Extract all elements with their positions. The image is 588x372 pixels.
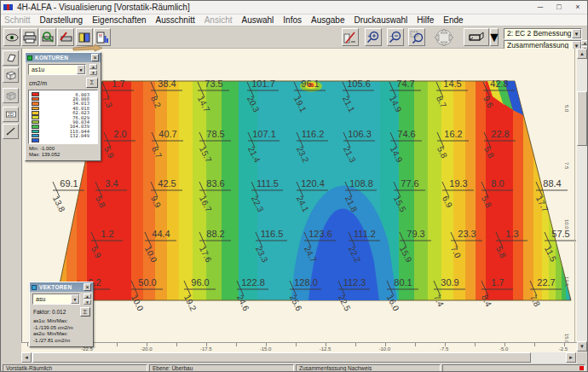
x-ruler-label: -20.0 [134, 346, 159, 352]
as1u-value: 22.7 [537, 277, 555, 288]
tool-2d-frame-button[interactable]: 2D [3, 107, 19, 122]
zoom-window-icon [410, 31, 424, 44]
y-ruler-line [574, 49, 575, 342]
konturen-options-button[interactable]: Σ [86, 78, 98, 88]
zoom-window-button[interactable] [408, 28, 425, 46]
as1u-value: 8.0 [491, 178, 504, 189]
vektoren-close-button[interactable]: × [84, 283, 91, 291]
as1u-value: 14.5 [443, 78, 461, 89]
vektoren-dropdown-icon[interactable]: ▼ [71, 294, 79, 304]
svg-text:−: − [389, 33, 393, 39]
as1u-value: 88.4 [543, 178, 561, 189]
menu-ausgabe[interactable]: Ausgabe [311, 15, 344, 25]
vektoren-title: VEKTOREN [39, 284, 84, 290]
as1u-value: 42.8 [490, 78, 508, 89]
print-settings-button[interactable] [57, 28, 74, 46]
menu-auswahl[interactable]: Auswahl [242, 15, 274, 25]
x-ruler-label: -2.5 [551, 346, 576, 352]
legend-swatch [32, 134, 39, 138]
scroll-up-button[interactable]: ▲ [577, 49, 587, 59]
statusbar-section-2: Zusammenfassung Nachweis [296, 364, 441, 372]
as1u-value: 69.1 [60, 178, 78, 189]
as1u-value: 88.2 [206, 229, 224, 239]
minimize-button[interactable]: ─ [531, 1, 550, 14]
maximize-button[interactable]: □ [550, 1, 568, 14]
as1u-value: 1.3 [505, 229, 518, 239]
tool-render-button[interactable] [3, 88, 19, 103]
legend-swatch [32, 130, 39, 134]
as2u-value: 13.8 [51, 195, 67, 214]
view-3d-button[interactable] [464, 28, 489, 46]
visibility-button[interactable] [3, 28, 20, 46]
drawing-canvas[interactable]: 1.77.338.48.273.514.7101.720.396.119.110… [21, 49, 577, 342]
vektoren-faktor-label: Faktor: 0.012 [33, 309, 66, 315]
status-indicator [579, 366, 584, 370]
vertical-scroll-thumb[interactable] [577, 91, 587, 146]
menu-eigenschaften[interactable]: Eigenschaften [92, 15, 146, 25]
print-preview-button[interactable] [39, 28, 56, 46]
zoom-in-button[interactable]: + [365, 28, 382, 46]
tool-iso-view-button[interactable] [3, 67, 19, 83]
tool-plane-view-button[interactable] [3, 50, 19, 66]
close-button[interactable]: × [568, 1, 587, 14]
view-3d-dropdown-button[interactable]: ▼ [490, 28, 499, 46]
as1u-value: 50.0 [138, 277, 156, 288]
menu-hilfe[interactable]: Hilfe [417, 15, 434, 25]
vektoren-titlebar[interactable]: VEKTOREN × [30, 282, 93, 292]
vektoren-minmax-lines: as1u: Min/Max: -1./139.05 cm2/mas2u: Min… [30, 318, 93, 344]
pencil-icon [5, 126, 17, 137]
as1u-value: 101.7 [251, 78, 275, 89]
spin-up-icon[interactable]: ▲ [89, 64, 97, 69]
design-case-dropdown-icon[interactable]: ▼ [572, 29, 581, 38]
menu-ausschnitt[interactable]: Ausschnitt [156, 15, 195, 25]
vektoren-options-button[interactable]: Σ [80, 307, 90, 317]
print-preview-icon [41, 32, 55, 44]
menu-druckauswahl[interactable]: Druckauswahl [354, 15, 407, 25]
statusbar-section-3 [442, 364, 585, 372]
exit-door-icon [95, 32, 109, 44]
spin-up-icon[interactable]: ▲ [84, 294, 91, 299]
section-tool-button[interactable] [342, 28, 359, 46]
as1u-value: 1.2 [101, 229, 113, 239]
book-icon [78, 32, 91, 44]
spin-down-icon[interactable]: ▼ [84, 299, 91, 305]
tool-vector-button[interactable] [3, 124, 19, 139]
vektoren-spinner[interactable]: ▲ ▼ [84, 294, 91, 305]
panel-grid-icon [27, 55, 32, 61]
konturen-titlebar[interactable]: KONTUREN × [26, 53, 101, 62]
vektoren-result-combo[interactable]: asu ▼ [32, 294, 80, 305]
as1u-value: 78.5 [206, 129, 224, 139]
app-logo-icon [3, 3, 14, 12]
horizontal-scroll-thumb[interactable] [32, 352, 531, 363]
menu-infos[interactable]: Infos [283, 15, 302, 25]
horizontal-scrollbar[interactable]: ◄ ► [21, 352, 577, 363]
scroll-down-button[interactable]: ▼ [577, 341, 587, 352]
pan-button[interactable] [431, 28, 457, 46]
vektoren-line: as1u: Min/Max: [33, 318, 93, 325]
scroll-right-button[interactable]: ► [566, 352, 576, 363]
menu-ende[interactable]: Ende [443, 15, 463, 25]
spin-up-icon[interactable]: ▲ [581, 40, 588, 45]
menu-ansicht: Ansicht [205, 15, 233, 25]
legend-swatch [32, 97, 39, 102]
print-button[interactable] [21, 28, 38, 46]
vertical-scrollbar[interactable]: ▲ ▼ [577, 49, 588, 352]
konturen-spinner[interactable]: ▲ ▼ [89, 64, 97, 75]
zoom-out-button[interactable]: − [387, 28, 404, 46]
legend-value: 132.049 [39, 133, 95, 138]
y-ruler-label: 12.5 [564, 276, 569, 287]
konturen-title: KONTUREN [35, 55, 91, 61]
spin-down-icon[interactable]: ▼ [89, 70, 97, 75]
menu-darstellung[interactable]: Darstellung [40, 15, 84, 25]
scroll-left-button[interactable]: ◄ [21, 352, 32, 363]
menubar: SchnittDarstellungEigenschaftenAusschnit… [1, 15, 587, 26]
konturen-dropdown-icon[interactable]: ▼ [77, 65, 85, 74]
left-toolbar: 2D [1, 49, 21, 352]
as1u-value: 106.3 [348, 129, 372, 139]
konturen-result-combo[interactable]: as1u ▼ [28, 64, 86, 75]
section-line-icon [343, 32, 357, 44]
design-case-combo[interactable]: 2: EC 2 Bemessung ▼ [504, 28, 582, 39]
as1u-value: 77.6 [401, 178, 418, 189]
konturen-close-button[interactable]: × [91, 54, 99, 61]
as1u-value: 30.9 [441, 277, 458, 288]
